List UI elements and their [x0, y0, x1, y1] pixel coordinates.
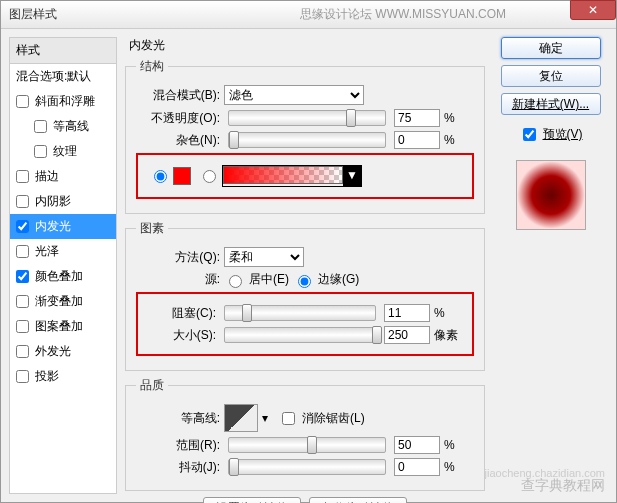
sidebar-item-label: 斜面和浮雕	[35, 93, 95, 110]
sidebar-item-0[interactable]: 斜面和浮雕	[10, 89, 116, 114]
sidebar-item-9[interactable]: 图案叠加	[10, 314, 116, 339]
size-input[interactable]	[384, 326, 430, 344]
color-highlight-box: ▼	[136, 153, 474, 199]
size-highlight-box: 阻塞(C): % 大小(S): 像素	[136, 292, 474, 356]
technique-select[interactable]: 柔和	[224, 247, 304, 267]
sidebar-checkbox[interactable]	[16, 345, 29, 358]
antialias-checkbox[interactable]	[282, 412, 295, 425]
sidebar-item-2[interactable]: 纹理	[10, 139, 116, 164]
cancel-button[interactable]: 复位	[501, 65, 601, 87]
range-slider[interactable]	[228, 437, 386, 453]
jitter-unit: %	[444, 460, 474, 474]
sidebar-header: 样式	[10, 38, 116, 64]
sidebar-checkbox[interactable]	[16, 245, 29, 258]
source-edge-radio[interactable]	[298, 275, 311, 288]
source-center-label: 居中(E)	[249, 271, 289, 288]
range-input[interactable]	[394, 436, 440, 454]
sidebar-item-3[interactable]: 描边	[10, 164, 116, 189]
sidebar-item-label: 投影	[35, 368, 59, 385]
styles-sidebar: 样式 混合选项:默认 斜面和浮雕等高线纹理描边内阴影内发光光泽颜色叠加渐变叠加图…	[9, 37, 117, 494]
noise-input[interactable]	[394, 131, 440, 149]
sidebar-item-5[interactable]: 内发光	[10, 214, 116, 239]
contour-dropdown-icon[interactable]: ▾	[262, 411, 268, 425]
effect-panel: 内发光 结构 混合模式(B): 滤色 不透明度(O): % 杂色(N):	[125, 37, 485, 494]
color-gradient-radio[interactable]	[203, 170, 216, 183]
opacity-input[interactable]	[394, 109, 440, 127]
quality-group: 品质 等高线: ▾ 消除锯齿(L) 范围(R): %	[125, 377, 485, 491]
sidebar-item-label: 颜色叠加	[35, 268, 83, 285]
source-edge-label: 边缘(G)	[318, 271, 359, 288]
sidebar-item-label: 描边	[35, 168, 59, 185]
sidebar-item-7[interactable]: 颜色叠加	[10, 264, 116, 289]
jitter-label: 抖动(J):	[136, 459, 220, 476]
sidebar-checkbox[interactable]	[16, 220, 29, 233]
sidebar-item-8[interactable]: 渐变叠加	[10, 289, 116, 314]
sidebar-item-label: 等高线	[53, 118, 89, 135]
window-title: 图层样式	[9, 6, 57, 23]
choke-label: 阻塞(C):	[146, 305, 216, 322]
range-label: 范围(R):	[136, 437, 220, 454]
sidebar-blending-options[interactable]: 混合选项:默认	[10, 64, 116, 89]
blend-mode-label: 混合模式(B):	[136, 87, 220, 104]
gradient-dropdown-icon[interactable]: ▼	[343, 166, 361, 186]
sidebar-item-label: 图案叠加	[35, 318, 83, 335]
structure-group: 结构 混合模式(B): 滤色 不透明度(O): % 杂色(N):	[125, 58, 485, 214]
sidebar-checkbox[interactable]	[34, 120, 47, 133]
preview-label: 预览(V)	[543, 126, 583, 143]
layer-style-dialog: 图层样式 思缘设计论坛 WWW.MISSYUAN.COM ✕ 样式 混合选项:默…	[0, 0, 617, 503]
color-solid-radio[interactable]	[154, 170, 167, 183]
sidebar-checkbox[interactable]	[16, 320, 29, 333]
color-swatch[interactable]	[173, 167, 191, 185]
blend-mode-select[interactable]: 滤色	[224, 85, 364, 105]
noise-slider[interactable]	[228, 132, 386, 148]
choke-slider[interactable]	[224, 305, 376, 321]
elements-legend: 图素	[136, 220, 168, 237]
opacity-slider[interactable]	[228, 110, 386, 126]
gradient-preview[interactable]	[223, 166, 343, 184]
opacity-label: 不透明度(O):	[136, 110, 220, 127]
technique-label: 方法(Q):	[136, 249, 220, 266]
right-panel: 确定 复位 新建样式(W)... 预览(V)	[493, 37, 608, 494]
sidebar-item-10[interactable]: 外发光	[10, 339, 116, 364]
make-default-button[interactable]: 设置为默认值	[203, 497, 301, 503]
elements-group: 图素 方法(Q): 柔和 源: 居中(E) 边缘(G) 阻塞(C	[125, 220, 485, 371]
size-slider[interactable]	[224, 327, 376, 343]
titlebar: 图层样式 思缘设计论坛 WWW.MISSYUAN.COM ✕	[1, 1, 616, 29]
jitter-slider[interactable]	[228, 459, 386, 475]
sidebar-item-11[interactable]: 投影	[10, 364, 116, 389]
sidebar-item-label: 纹理	[53, 143, 77, 160]
opacity-unit: %	[444, 111, 474, 125]
structure-legend: 结构	[136, 58, 168, 75]
sidebar-checkbox[interactable]	[16, 370, 29, 383]
sidebar-checkbox[interactable]	[16, 170, 29, 183]
new-style-button[interactable]: 新建样式(W)...	[501, 93, 601, 115]
ok-button[interactable]: 确定	[501, 37, 601, 59]
choke-unit: %	[434, 306, 464, 320]
sidebar-item-label: 渐变叠加	[35, 293, 83, 310]
sidebar-checkbox[interactable]	[16, 295, 29, 308]
sidebar-checkbox[interactable]	[34, 145, 47, 158]
source-label: 源:	[136, 271, 220, 288]
sidebar-item-label: 光泽	[35, 243, 59, 260]
reset-default-button[interactable]: 复位为默认值	[309, 497, 407, 503]
contour-picker[interactable]	[224, 404, 258, 432]
choke-input[interactable]	[384, 304, 430, 322]
contour-label: 等高线:	[136, 410, 220, 427]
sidebar-item-4[interactable]: 内阴影	[10, 189, 116, 214]
close-button[interactable]: ✕	[570, 0, 616, 20]
sidebar-checkbox[interactable]	[16, 95, 29, 108]
titlebar-subtitle: 思缘设计论坛 WWW.MISSYUAN.COM	[300, 6, 506, 23]
jitter-input[interactable]	[394, 458, 440, 476]
sidebar-checkbox[interactable]	[16, 195, 29, 208]
sidebar-item-label: 内发光	[35, 218, 71, 235]
source-center-radio[interactable]	[229, 275, 242, 288]
size-unit: 像素	[434, 327, 464, 344]
sidebar-checkbox[interactable]	[16, 270, 29, 283]
noise-unit: %	[444, 133, 474, 147]
antialias-label: 消除锯齿(L)	[302, 410, 365, 427]
range-unit: %	[444, 438, 474, 452]
sidebar-item-6[interactable]: 光泽	[10, 239, 116, 264]
sidebar-item-label: 外发光	[35, 343, 71, 360]
sidebar-item-1[interactable]: 等高线	[10, 114, 116, 139]
preview-checkbox[interactable]	[523, 128, 536, 141]
